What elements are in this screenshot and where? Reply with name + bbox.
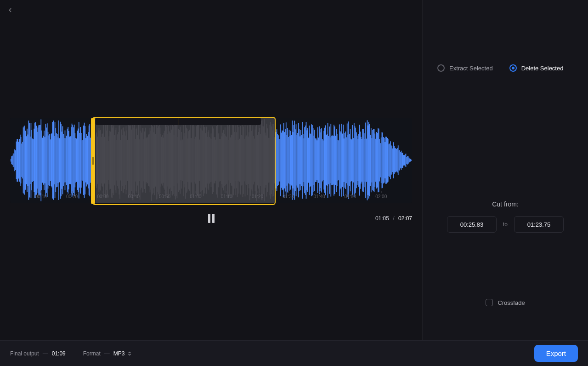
cut-start-input[interactable]: 00:25.83: [447, 216, 497, 233]
waveform-svg: [10, 118, 412, 203]
playback-controls: 01:05 / 02:07: [10, 209, 412, 228]
radio-extract-label: Extract Selected: [449, 65, 493, 72]
selection-handle-right[interactable]: [96, 118, 261, 125]
chevron-left-icon: [7, 7, 13, 13]
side-panel: Extract Selected Delete Selected Cut fro…: [423, 0, 588, 340]
editor-pane: 00:1000:2000:3000:4000:5001:0001:1001:20…: [0, 0, 423, 340]
final-output-group: Final output — 01:09: [10, 350, 66, 357]
format-group: Format — MP3: [83, 350, 132, 357]
dash-separator: —: [43, 350, 48, 357]
pause-icon: [208, 214, 210, 223]
waveform-track: 00:1000:2000:3000:4000:5001:0001:1001:20…: [10, 118, 412, 203]
crossfade-label: Crossfade: [498, 299, 525, 306]
cut-end-input[interactable]: 01:23.75: [514, 216, 564, 233]
format-label: Format: [83, 350, 101, 357]
selection-handle-left[interactable]: [91, 118, 96, 204]
export-button[interactable]: Export: [534, 345, 578, 362]
cut-range-block: Cut from: 00:25.83 to 01:23.75: [423, 200, 588, 233]
time-display: 01:05 / 02:07: [375, 215, 412, 222]
radio-icon: [437, 64, 445, 72]
time-separator: /: [393, 215, 394, 222]
final-output-label: Final output: [10, 350, 39, 357]
updown-icon: [127, 351, 132, 356]
pause-button[interactable]: [205, 212, 218, 225]
format-value: MP3: [113, 350, 125, 357]
radio-delete-selected[interactable]: Delete Selected: [509, 64, 564, 72]
time-total: 02:07: [398, 215, 412, 222]
back-button[interactable]: [5, 5, 16, 16]
radio-icon: [509, 64, 517, 72]
dash-separator: —: [104, 350, 110, 357]
cut-from-label: Cut from:: [423, 200, 588, 208]
crossfade-option[interactable]: Crossfade: [423, 299, 588, 340]
footer-bar: Final output — 01:09 Format — MP3 Export: [0, 340, 588, 366]
cut-to-word: to: [503, 221, 508, 228]
waveform-area[interactable]: 00:1000:2000:3000:4000:5001:0001:1001:20…: [10, 118, 412, 203]
time-current: 01:05: [375, 215, 389, 222]
format-select[interactable]: MP3: [113, 350, 132, 357]
mode-group: Extract Selected Delete Selected: [423, 0, 588, 72]
radio-extract-selected[interactable]: Extract Selected: [437, 64, 493, 72]
checkbox-icon[interactable]: [486, 299, 493, 306]
radio-delete-label: Delete Selected: [521, 65, 564, 72]
pause-icon: [212, 214, 215, 223]
final-output-value: 01:09: [52, 350, 66, 357]
